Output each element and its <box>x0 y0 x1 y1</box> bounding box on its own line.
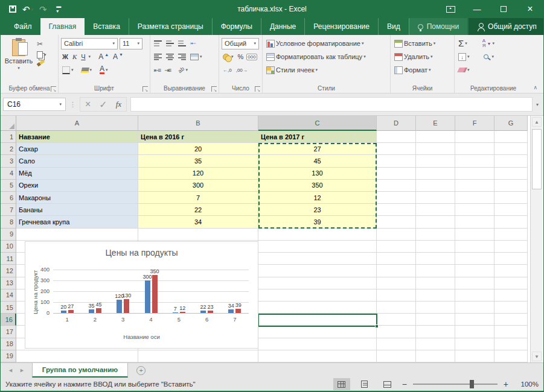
cell-G10[interactable] <box>494 241 528 253</box>
name-box[interactable]: C16▾ <box>3 98 66 111</box>
cell-F10[interactable] <box>455 241 494 253</box>
cell-B19[interactable] <box>138 350 258 362</box>
cell-E7[interactable] <box>416 204 455 216</box>
cell-B2[interactable]: 20 <box>138 143 258 155</box>
cell-A9[interactable] <box>16 229 138 241</box>
chart-bar-series1-cat2[interactable] <box>89 309 94 313</box>
cell-C4[interactable]: 130 <box>258 168 377 180</box>
page-layout-view-button[interactable] <box>356 378 373 390</box>
align-top-button[interactable] <box>153 40 163 48</box>
cell-C14[interactable] <box>258 289 377 302</box>
cell-D12[interactable] <box>377 265 416 277</box>
cell-D6[interactable] <box>377 192 416 204</box>
orientation-button[interactable]: ab▾ <box>177 66 189 74</box>
column-header-E[interactable]: E <box>416 116 455 131</box>
enter-formula-button[interactable]: ✓ <box>99 99 107 110</box>
cell-G4[interactable] <box>494 168 528 180</box>
cell-A2[interactable]: Сахар <box>16 143 138 155</box>
tab-assistant[interactable]: Помощни <box>409 18 467 35</box>
tab-insert[interactable]: Вставка <box>85 18 129 35</box>
cell-B1[interactable]: Цена в 2016 г <box>138 131 258 143</box>
row-header-1[interactable]: 1 <box>1 131 16 143</box>
cell-E11[interactable] <box>416 253 455 265</box>
prev-sheet-button[interactable]: ◄ <box>8 367 13 373</box>
cell-A7[interactable]: Бананы <box>16 204 138 216</box>
cell-F15[interactable] <box>455 302 494 314</box>
underline-button[interactable]: Ч <box>80 52 86 61</box>
cell-C6[interactable]: 12 <box>258 192 377 204</box>
column-header-D[interactable]: D <box>377 116 416 131</box>
fill-handle[interactable] <box>375 324 379 328</box>
formula-input[interactable] <box>130 97 533 112</box>
cell-D3[interactable] <box>377 155 416 167</box>
zoom-slider[interactable] <box>413 384 498 385</box>
row-header-14[interactable]: 14 <box>1 289 16 302</box>
decrease-decimal-button[interactable]: ,00→ <box>235 67 249 74</box>
cell-F19[interactable] <box>455 350 494 362</box>
chart-bar-series2-cat6[interactable] <box>208 311 213 313</box>
font-name-combo[interactable]: Calibri▾ <box>61 38 118 49</box>
close-button[interactable]: × <box>517 0 543 18</box>
vertical-scrollbar[interactable]: ▲ ▼ <box>530 116 543 362</box>
cell-G13[interactable] <box>494 277 528 289</box>
tab-page-layout[interactable]: Разметка страницы <box>129 18 212 35</box>
scroll-down-button[interactable]: ▼ <box>532 352 542 361</box>
cell-G8[interactable] <box>494 216 528 228</box>
cell-D14[interactable] <box>377 289 416 302</box>
cell-F1[interactable] <box>455 131 494 143</box>
cell-G14[interactable] <box>494 289 528 302</box>
cell-D18[interactable] <box>377 338 416 350</box>
format-painter-button[interactable] <box>36 61 56 65</box>
format-cells-button[interactable]: Формат▾ <box>393 66 432 75</box>
cell-G18[interactable] <box>494 338 528 350</box>
cell-styles-button[interactable]: Стили ячеек▾ <box>265 66 319 75</box>
increase-decimal-button[interactable]: ←,0 <box>222 67 233 74</box>
decrease-indent-button[interactable]: ⇤≡ <box>153 66 161 74</box>
chart-bar-series2-cat2[interactable] <box>96 308 101 313</box>
cell-G15[interactable] <box>494 302 528 314</box>
row-header-17[interactable]: 17 <box>1 326 16 338</box>
borders-button[interactable]: ▾ <box>61 66 75 75</box>
percent-button[interactable]: % <box>237 52 245 61</box>
column-header-B[interactable]: B <box>138 116 258 131</box>
cell-D17[interactable] <box>377 326 416 338</box>
maximize-button[interactable] <box>490 0 517 18</box>
cell-D13[interactable] <box>377 277 416 289</box>
align-left-button[interactable] <box>153 53 163 61</box>
select-all-corner[interactable] <box>1 116 16 131</box>
minimize-button[interactable]: — <box>464 0 490 18</box>
cell-G12[interactable] <box>494 265 528 277</box>
cell-E3[interactable] <box>416 155 455 167</box>
zoom-out-button[interactable]: − <box>402 379 407 389</box>
row-header-16[interactable]: 16 <box>1 314 16 326</box>
chart-bar-series1-cat6[interactable] <box>200 311 206 313</box>
row-header-18[interactable]: 18 <box>1 338 16 350</box>
cell-C7[interactable]: 23 <box>258 204 377 216</box>
row-header-9[interactable]: 9 <box>1 229 16 241</box>
ribbon-display-options-button[interactable]: ▴ <box>437 0 464 18</box>
cell-E16[interactable] <box>416 314 455 326</box>
cell-F2[interactable] <box>455 143 494 155</box>
cell-A3[interactable]: Сало <box>16 155 138 167</box>
zoom-slider-handle[interactable] <box>470 380 474 388</box>
chart-bar-series2-cat4[interactable] <box>152 275 158 313</box>
align-right-button[interactable] <box>177 53 187 61</box>
column-header-G[interactable]: G <box>494 116 528 131</box>
align-middle-button[interactable] <box>165 40 175 48</box>
tab-review[interactable]: Рецензирование <box>304 18 378 35</box>
cell-G2[interactable] <box>494 143 528 155</box>
cell-D1[interactable] <box>377 131 416 143</box>
cell-A5[interactable]: Орехи <box>16 180 138 192</box>
cell-F7[interactable] <box>455 204 494 216</box>
cell-F5[interactable] <box>455 180 494 192</box>
column-header-F[interactable]: F <box>455 116 494 131</box>
cell-F3[interactable] <box>455 155 494 167</box>
delete-cells-button[interactable]: Удалить▾ <box>393 52 434 62</box>
cell-E4[interactable] <box>416 168 455 180</box>
cell-B3[interactable]: 35 <box>138 155 258 167</box>
tab-home[interactable]: Главная <box>40 18 85 35</box>
tab-file[interactable]: Файл <box>5 18 40 35</box>
cell-G5[interactable] <box>494 180 528 192</box>
expand-formula-bar-button[interactable]: ▾ <box>536 102 541 107</box>
cell-C18[interactable] <box>258 338 377 350</box>
